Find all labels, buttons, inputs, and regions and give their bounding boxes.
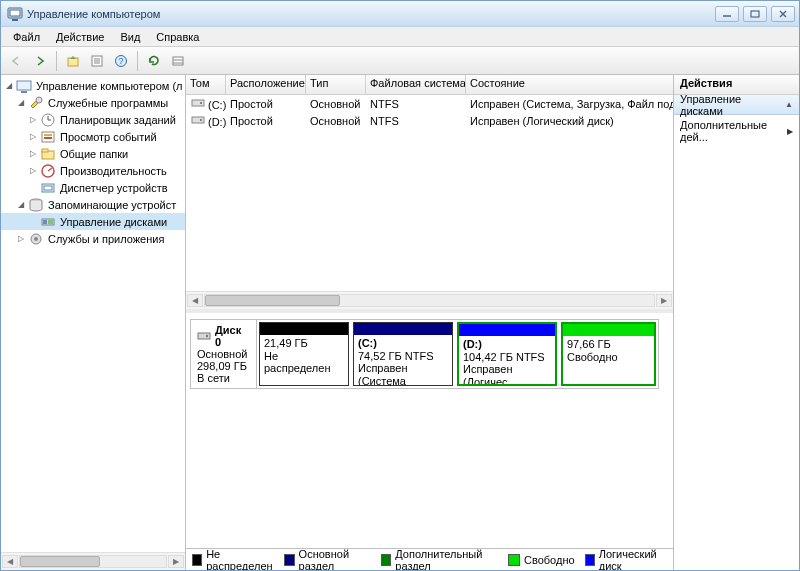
svg-rect-27 <box>42 149 48 152</box>
menu-help[interactable]: Справка <box>148 29 207 45</box>
app-icon <box>7 6 23 22</box>
app-window: Управление компьютером Файл Действие Вид… <box>0 0 800 571</box>
disk-graphical-view: Диск 0 Основной 298,09 ГБ В сети 21,49 Г… <box>186 313 673 548</box>
svg-point-19 <box>36 97 42 103</box>
scroll-right-arrow[interactable]: ▶ <box>656 294 672 307</box>
expander-open-icon[interactable]: ◢ <box>15 97 27 109</box>
expander-closed-icon[interactable]: ▷ <box>27 148 39 160</box>
menubar: Файл Действие Вид Справка <box>1 27 799 47</box>
svg-rect-31 <box>44 186 52 190</box>
disk-0-info[interactable]: Диск 0 Основной 298,09 ГБ В сети <box>191 320 257 388</box>
event-icon <box>40 129 56 145</box>
svg-rect-35 <box>48 220 53 224</box>
svg-point-41 <box>200 119 202 121</box>
tree-disk-management[interactable]: Управление дисками <box>1 213 185 230</box>
properties-button[interactable] <box>86 50 108 72</box>
tree-performance[interactable]: ▷ Производительность <box>1 162 185 179</box>
disk-icon <box>197 329 211 343</box>
tree-root[interactable]: ◢ Управление компьютером (л <box>1 77 185 94</box>
close-button[interactable] <box>771 6 795 22</box>
clock-icon <box>40 112 56 128</box>
col-layout[interactable]: Расположение <box>226 75 306 94</box>
col-volume[interactable]: Том <box>186 75 226 94</box>
menu-action[interactable]: Действие <box>48 29 112 45</box>
window-title: Управление компьютером <box>27 8 160 20</box>
legend-extended: Дополнительный раздел <box>381 548 498 571</box>
tree-task-scheduler[interactable]: ▷ Планировщик заданий <box>1 111 185 128</box>
expander-closed-icon[interactable]: ▷ <box>15 233 27 245</box>
volume-list: Том Расположение Тип Файловая система Со… <box>186 75 673 313</box>
legend-primary: Основной раздел <box>284 548 371 571</box>
tree-panel: ◢ Управление компьютером (л ◢ Служебные … <box>1 75 186 570</box>
svg-rect-34 <box>43 220 47 224</box>
svg-rect-18 <box>21 91 27 93</box>
partition[interactable]: 21,49 ГБНе распределен <box>259 322 349 386</box>
tree-storage[interactable]: ◢ Запоминающие устройст <box>1 196 185 213</box>
tree-device-manager[interactable]: Диспетчер устройств <box>1 179 185 196</box>
partition[interactable]: (D:)104,42 ГБ NTFSИсправен (Логичес <box>457 322 557 386</box>
expander-closed-icon[interactable]: ▷ <box>27 114 39 126</box>
scroll-left-arrow[interactable]: ◀ <box>2 555 18 568</box>
nav-back-button[interactable] <box>5 50 27 72</box>
performance-icon <box>40 163 56 179</box>
svg-line-29 <box>48 168 52 171</box>
svg-rect-4 <box>751 11 759 17</box>
expander-closed-icon[interactable]: ▷ <box>27 131 39 143</box>
folder-shared-icon <box>40 146 56 162</box>
col-status[interactable]: Состояние <box>466 75 673 94</box>
chevron-right-icon: ▶ <box>787 127 793 136</box>
col-fs[interactable]: Файловая система <box>366 75 466 94</box>
disk-0-row[interactable]: Диск 0 Основной 298,09 ГБ В сети 21,49 Г… <box>190 319 659 389</box>
svg-point-43 <box>206 335 208 337</box>
partition[interactable]: (C:)74,52 ГБ NTFSИсправен (Система <box>353 322 453 386</box>
drive-icon <box>190 113 206 127</box>
nav-tree[interactable]: ◢ Управление компьютером (л ◢ Служебные … <box>1 75 185 552</box>
disk-size: 298,09 ГБ <box>197 360 250 372</box>
list-button[interactable] <box>167 50 189 72</box>
center-panel: Том Расположение Тип Файловая система Со… <box>186 75 674 570</box>
help-button[interactable]: ? <box>110 50 132 72</box>
expander-open-icon[interactable]: ◢ <box>3 80 15 92</box>
refresh-button[interactable] <box>143 50 165 72</box>
partitions-container: 21,49 ГБНе распределен(C:)74,52 ГБ NTFSИ… <box>257 320 658 388</box>
titlebar: Управление компьютером <box>1 1 799 27</box>
tree-shared-folders[interactable]: ▷ Общие папки <box>1 145 185 162</box>
menu-view[interactable]: Вид <box>112 29 148 45</box>
volume-h-scrollbar[interactable]: ◀ ▶ <box>186 291 673 309</box>
minimize-button[interactable] <box>715 6 739 22</box>
main-content: ◢ Управление компьютером (л ◢ Служебные … <box>1 75 799 570</box>
collapse-arrow-icon[interactable]: ▲ <box>785 100 793 109</box>
legend-unallocated: Не распределен <box>192 548 274 571</box>
svg-rect-7 <box>68 58 78 66</box>
legend-logical: Логический диск <box>585 548 667 571</box>
up-button[interactable] <box>62 50 84 72</box>
svg-rect-2 <box>12 19 18 21</box>
drive-icon <box>190 96 206 110</box>
action-more[interactable]: Дополнительные дей... ▶ <box>674 115 799 147</box>
nav-forward-button[interactable] <box>29 50 51 72</box>
svg-rect-38 <box>192 100 204 106</box>
expander-open-icon[interactable]: ◢ <box>15 199 27 211</box>
svg-rect-1 <box>10 10 20 16</box>
volume-row[interactable]: (D:)ПростойОсновнойNTFSИсправен (Логичес… <box>186 112 673 129</box>
toolbar: ? <box>1 47 799 75</box>
svg-rect-24 <box>44 134 52 136</box>
menu-file[interactable]: Файл <box>5 29 48 45</box>
volume-row[interactable]: (C:)ПростойОсновнойNTFSИсправен (Система… <box>186 95 673 112</box>
partition[interactable]: 97,66 ГБСвободно <box>561 322 656 386</box>
expander-closed-icon[interactable]: ▷ <box>27 165 39 177</box>
legend-free: Свободно <box>508 554 575 566</box>
storage-icon <box>28 197 44 213</box>
volume-list-body: (C:)ПростойОсновнойNTFSИсправен (Система… <box>186 95 673 129</box>
scroll-left-arrow[interactable]: ◀ <box>187 294 203 307</box>
maximize-button[interactable] <box>743 6 767 22</box>
computer-management-icon <box>16 78 32 94</box>
tree-event-viewer[interactable]: ▷ Просмотр событий <box>1 128 185 145</box>
tree-system-tools[interactable]: ◢ Служебные программы <box>1 94 185 111</box>
col-type[interactable]: Тип <box>306 75 366 94</box>
actions-group[interactable]: Управление дисками ▲ <box>674 95 799 115</box>
tree-services-apps[interactable]: ▷ Службы и приложения <box>1 230 185 247</box>
scroll-right-arrow[interactable]: ▶ <box>168 555 184 568</box>
legend: Не распределен Основной раздел Дополните… <box>186 548 673 570</box>
tree-h-scrollbar[interactable]: ◀ ▶ <box>1 552 185 570</box>
